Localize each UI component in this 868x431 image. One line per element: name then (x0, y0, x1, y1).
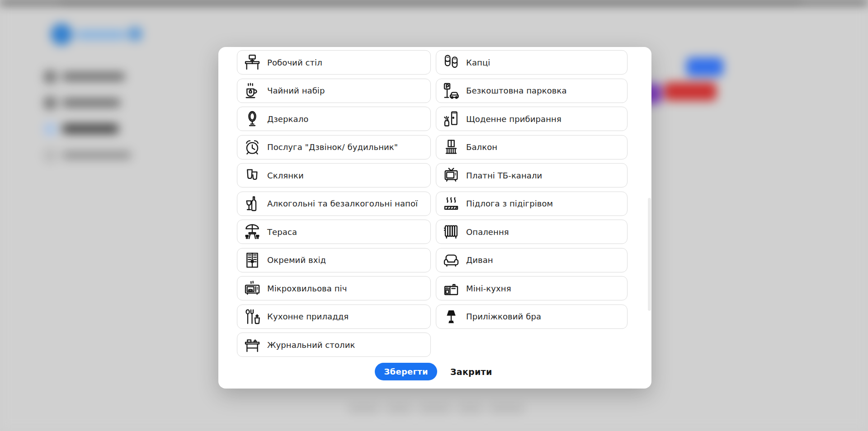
amenity-item[interactable]: Міні-кухня (436, 276, 627, 300)
amenities-list: Робочий стіл Капці Чайний набір Безкошто… (237, 50, 627, 357)
save-button[interactable]: Зберегти (375, 363, 437, 380)
amenities-modal: Робочий стіл Капці Чайний набір Безкошто… (218, 47, 651, 389)
wake-up-call-icon (243, 138, 262, 157)
amenity-item[interactable]: Кухонне приладдя (237, 305, 431, 329)
amenity-item[interactable]: Дзеркало (237, 107, 431, 131)
heating-icon (442, 222, 461, 241)
heated-floor-icon (442, 194, 461, 213)
glasses-icon (243, 166, 262, 185)
kitchenware-icon (243, 307, 262, 326)
amenity-item[interactable]: Безкоштовна парковка (436, 79, 627, 103)
terrace-icon (243, 222, 262, 241)
bedside-lamp-icon (442, 307, 461, 326)
amenity-item[interactable]: Робочий стіл (237, 50, 431, 75)
amenity-item[interactable]: Окремий вхід (237, 248, 431, 272)
amenity-item[interactable]: Журнальний столик (237, 333, 431, 357)
amenity-item[interactable]: Балкон (436, 135, 627, 159)
tea-set-icon (243, 81, 262, 100)
drinks-icon (243, 194, 262, 213)
amenity-item[interactable]: Підлога з підігрівом (436, 192, 627, 216)
close-button[interactable]: Закрити (448, 366, 495, 377)
balcony-icon (442, 138, 461, 157)
modal-actions: Зберегти Закрити (218, 363, 651, 380)
amenity-item[interactable]: Платні ТБ-канали (436, 163, 627, 187)
desk-icon (243, 53, 262, 72)
mirror-icon (243, 109, 262, 128)
amenity-item[interactable]: Капці (436, 50, 627, 75)
slippers-icon (442, 53, 461, 72)
kitchenette-icon (442, 279, 461, 298)
amenity-item[interactable]: Склянки (237, 163, 431, 187)
amenity-item[interactable]: Диван (436, 248, 627, 272)
modal-scrollbar-thumb[interactable] (648, 198, 651, 311)
coffee-table-icon (243, 335, 262, 354)
microwave-icon (243, 279, 262, 298)
amenity-item[interactable]: Опалення (436, 220, 627, 244)
sofa-icon (442, 251, 461, 270)
amenity-item[interactable]: Тераса (237, 220, 431, 244)
daily-cleaning-icon (442, 109, 461, 128)
amenity-item[interactable]: Приліжковий бра (436, 305, 627, 329)
private-entrance-icon (243, 251, 262, 270)
amenity-item[interactable]: Алкогольні та безалкогольні напої (237, 192, 431, 216)
amenity-item[interactable]: Мікрохвильова піч (237, 276, 431, 300)
amenity-item[interactable]: Послуга "Дзвінок/ будильник" (237, 135, 431, 159)
paid-tv-icon (442, 166, 461, 185)
amenity-item[interactable]: Щоденне прибирання (436, 107, 627, 131)
amenity-item[interactable]: Чайний набір (237, 79, 431, 103)
free-parking-icon (442, 81, 461, 100)
